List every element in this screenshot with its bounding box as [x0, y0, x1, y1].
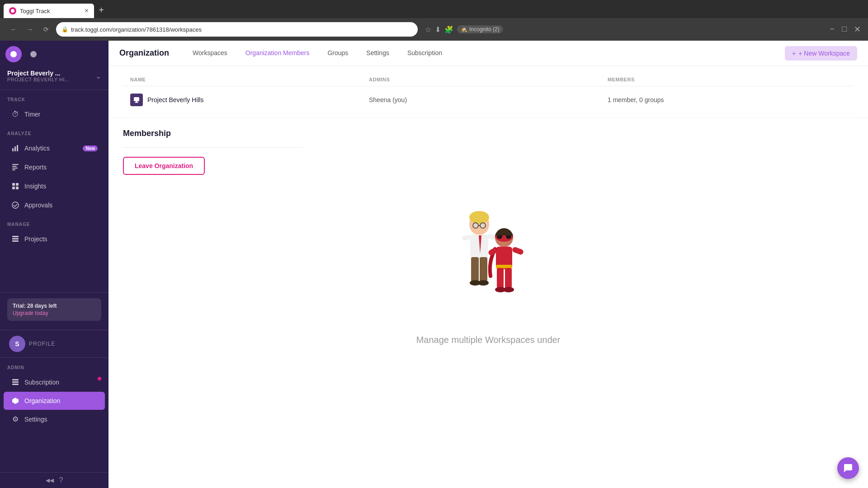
leave-organization-button[interactable]: Leave Organization	[123, 157, 205, 175]
incognito-label: Incognito (2)	[469, 26, 500, 33]
svg-rect-20	[12, 384, 19, 385]
chat-icon	[843, 463, 853, 473]
active-tab[interactable]: Toggl Track ×	[4, 4, 94, 18]
sidebar-item-label-approvals: Approvals	[24, 202, 98, 209]
browser-controls: ← → ⟳ 🔒 track.toggl.com/organization/786…	[0, 18, 868, 41]
extensions-icon[interactable]: 🧩	[444, 25, 453, 34]
workspaces-section: NAME ADMINS MEMBERS Project Beve	[108, 66, 868, 117]
tab-title: Toggl Track	[20, 8, 81, 14]
sidebar-item-projects[interactable]: Projects	[4, 230, 105, 248]
sidebar-item-approvals[interactable]: Approvals	[4, 196, 105, 214]
tab-settings[interactable]: Settings	[357, 41, 398, 66]
org-name: Project Beverly ...	[7, 70, 70, 77]
sidebar-item-analytics[interactable]: Analytics New	[4, 139, 105, 157]
sidebar-item-reports[interactable]: Reports	[4, 158, 105, 176]
sidebar-item-subscription[interactable]: Subscription	[4, 373, 105, 391]
illustration-area	[108, 186, 868, 330]
sidebar-item-organization[interactable]: Organization	[4, 392, 105, 410]
svg-rect-30	[480, 257, 487, 282]
svg-rect-33	[462, 235, 472, 241]
incognito-badge: 🕵 Incognito (2)	[457, 25, 503, 33]
tab-org-members-label: Organization Members	[245, 49, 310, 56]
workspace-name-text: Project Beverly Hills	[147, 96, 203, 103]
workspace-admin-cell: Sheena (you)	[369, 96, 608, 103]
svg-point-26	[469, 211, 489, 224]
sidebar-track-icon[interactable]	[25, 46, 42, 62]
sidebar-toggl-icon[interactable]	[5, 46, 22, 62]
tab-subscription-label: Subscription	[407, 49, 442, 56]
tab-close-btn[interactable]: ×	[85, 7, 89, 15]
bottom-text-content: Manage multiple Workspaces under	[416, 335, 561, 345]
page-title: Organization	[119, 48, 169, 58]
svg-rect-7	[12, 166, 17, 167]
maximize-btn[interactable]: □	[842, 24, 847, 34]
membership-title: Membership	[123, 129, 854, 138]
new-workspace-button[interactable]: + + New Workspace	[785, 46, 857, 61]
browser-actions: ☆ ⬇ 🧩 🕵 Incognito (2)	[425, 25, 503, 34]
back-btn[interactable]: ←	[7, 23, 20, 36]
sidebar: Project Beverly ... PROJECT BEVERLY HI..…	[0, 41, 108, 488]
svg-rect-22	[134, 97, 139, 101]
sidebar-item-label-reports: Reports	[24, 164, 98, 171]
sidebar-item-settings[interactable]: ⚙ Settings	[4, 410, 105, 428]
sidebar-item-label-subscription: Subscription	[24, 379, 98, 386]
svg-rect-5	[17, 145, 18, 151]
tab-favicon	[9, 7, 16, 14]
reload-btn[interactable]: ⟳	[40, 23, 52, 36]
svg-point-0	[11, 9, 14, 13]
workspace-members-cell: 1 member, 0 groups	[608, 96, 846, 103]
org-info: Project Beverly ... PROJECT BEVERLY HI..…	[7, 70, 70, 82]
new-tab-btn[interactable]: +	[95, 4, 108, 16]
sidebar-org-header[interactable]: Project Beverly ... PROJECT BEVERLY HI..…	[0, 62, 108, 90]
tab-organization-members[interactable]: Organization Members	[236, 41, 319, 66]
close-btn[interactable]: ✕	[854, 24, 861, 34]
organization-icon	[11, 396, 20, 405]
content-area: NAME ADMINS MEMBERS Project Beve	[108, 66, 868, 488]
approvals-icon	[11, 201, 20, 210]
bottom-text: Manage multiple Workspaces under	[108, 330, 868, 350]
address-bar[interactable]: 🔒 track.toggl.com/organization/7861318/w…	[56, 22, 418, 37]
collapse-sidebar-btn[interactable]: ◀◀	[46, 476, 54, 484]
tab-subscription[interactable]: Subscription	[398, 41, 451, 66]
svg-rect-18	[12, 379, 19, 380]
trial-title: Trial: 28 days left	[13, 303, 96, 309]
svg-rect-10	[12, 183, 15, 186]
sidebar-item-label-insights: Insights	[24, 183, 98, 190]
upgrade-link[interactable]: Upgrade today	[13, 310, 48, 316]
app: Project Beverly ... PROJECT BEVERLY HI..…	[0, 41, 868, 488]
svg-rect-11	[16, 183, 19, 186]
svg-rect-3	[12, 148, 14, 151]
forward-btn[interactable]: →	[24, 23, 36, 36]
svg-rect-29	[471, 257, 479, 282]
members-count-text: 1 member, 0 groups	[608, 96, 664, 103]
sidebar-item-label-analytics: Analytics	[24, 145, 78, 152]
membership-section: Membership Leave Organization	[108, 117, 868, 186]
svg-marker-21	[12, 398, 19, 404]
chat-button[interactable]	[837, 457, 859, 479]
svg-rect-9	[12, 169, 15, 170]
svg-point-35	[473, 223, 478, 228]
projects-icon	[11, 235, 20, 244]
col-header-members: MEMBERS	[608, 77, 846, 82]
svg-rect-16	[12, 238, 19, 239]
download-icon[interactable]: ⬇	[435, 25, 441, 34]
org-dropdown-icon[interactable]: ⌄	[95, 72, 101, 80]
leave-org-label: Leave Organization	[135, 162, 193, 169]
help-icon[interactable]: ?	[59, 476, 63, 484]
svg-rect-8	[12, 168, 18, 169]
sidebar-item-timer[interactable]: ⏱ Timer	[4, 105, 105, 123]
bookmark-icon[interactable]: ☆	[425, 25, 431, 34]
table-header: NAME ADMINS MEMBERS	[123, 77, 854, 86]
sidebar-item-insights[interactable]: Insights	[4, 177, 105, 195]
minimize-btn[interactable]: −	[830, 24, 835, 34]
workspace-icon	[130, 94, 143, 106]
tab-workspaces[interactable]: Workspaces	[184, 41, 236, 66]
svg-rect-17	[12, 240, 19, 242]
workspace-row-0[interactable]: Project Beverly Hills Sheena (you) 1 mem…	[123, 86, 854, 114]
tab-groups[interactable]: Groups	[318, 41, 357, 66]
sidebar-item-label-organization: Organization	[24, 397, 98, 404]
tab-settings-label: Settings	[366, 49, 389, 56]
notification-dot	[98, 377, 101, 380]
svg-point-47	[503, 287, 514, 292]
browser-tabs: Toggl Track × +	[0, 0, 868, 18]
